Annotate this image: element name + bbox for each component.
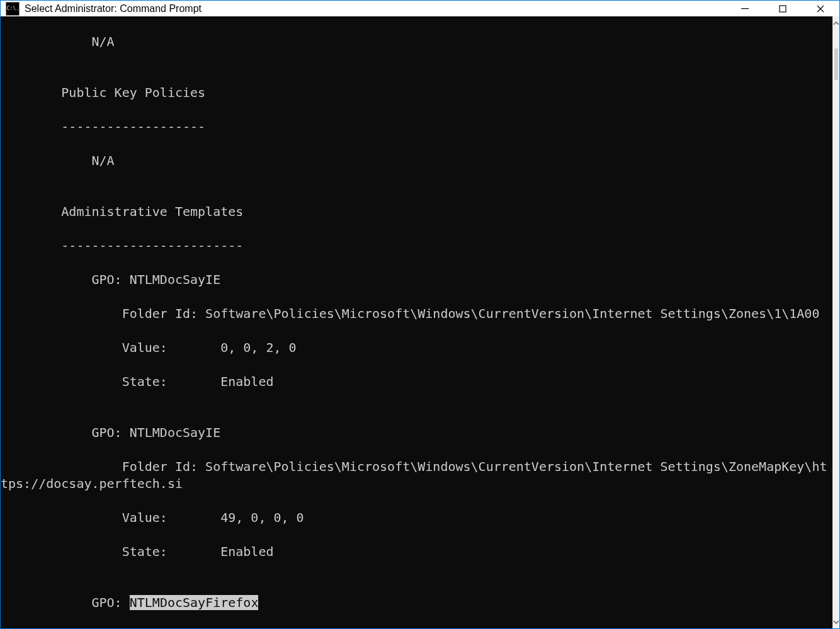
vertical-scrollbar[interactable]	[832, 16, 839, 628]
svg-rect-1	[780, 6, 786, 12]
console-line: Public Key Policies	[1, 84, 832, 101]
cmd-icon: C:\.	[6, 2, 20, 16]
console-line: ------------------------	[1, 237, 832, 254]
console-output[interactable]: N/A Public Key Policies ----------------…	[1, 16, 832, 628]
selected-text: NTLMDocSayFirefox	[130, 595, 259, 610]
console-line: N/A	[1, 152, 832, 169]
console-line: GPO: NTLMDocSayIE	[1, 271, 832, 288]
close-button[interactable]	[802, 1, 839, 16]
console-line: Value: 49, 0, 0, 0	[1, 509, 832, 526]
console-line: -------------------	[1, 118, 832, 135]
window-title: Select Administrator: Command Prompt	[25, 3, 201, 14]
console-line: Folder Id: Software\Policies\Microsoft\W…	[1, 458, 832, 492]
scrollbar-thumb[interactable]	[834, 48, 838, 80]
scrollbar-track[interactable]	[833, 30, 839, 615]
console-line: Administrative Templates	[1, 203, 832, 220]
console-line: State: Enabled	[1, 373, 832, 390]
console-line: State: Enabled	[1, 543, 832, 560]
console-line: Value: 0, 0, 2, 0	[1, 339, 832, 356]
cmd-window: C:\. Select Administrator: Command Promp…	[0, 0, 840, 629]
console-line: Folder Id: Software\Policies\Microsoft\W…	[1, 305, 832, 322]
console-text: GPO:	[1, 595, 130, 610]
scroll-down-button[interactable]	[833, 615, 839, 628]
console-line: GPO: NTLMDocSayFirefox	[1, 594, 832, 611]
titlebar[interactable]: C:\. Select Administrator: Command Promp…	[1, 1, 839, 16]
svg-rect-0	[741, 8, 749, 9]
minimize-button[interactable]	[726, 1, 764, 16]
scroll-up-button[interactable]	[833, 16, 839, 30]
console-line: GPO: NTLMDocSayIE	[1, 424, 832, 441]
window-controls	[726, 1, 839, 16]
maximize-button[interactable]	[764, 1, 802, 16]
console-line: N/A	[1, 33, 832, 50]
client-area: N/A Public Key Policies ----------------…	[1, 16, 839, 628]
